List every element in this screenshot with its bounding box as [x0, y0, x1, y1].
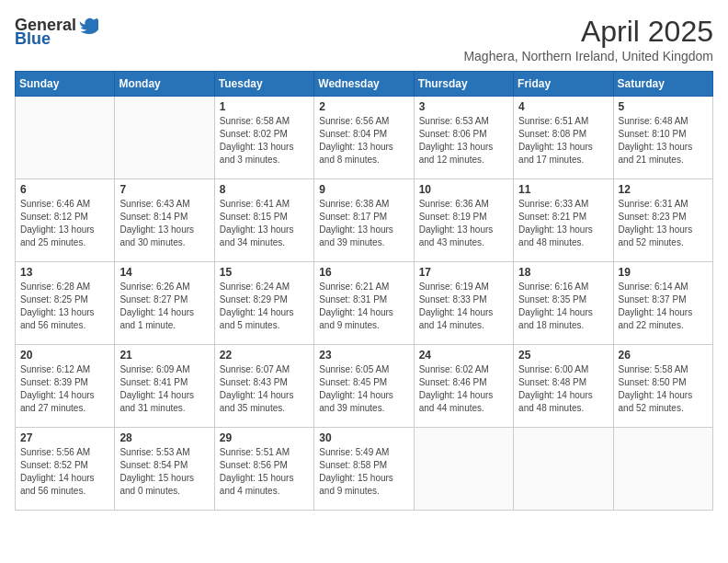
- calendar-cell: 22 Sunrise: 6:07 AM Sunset: 8:43 PM Dayl…: [214, 345, 313, 428]
- day-info: Sunrise: 6:00 AM Sunset: 8:48 PM Dayligh…: [518, 363, 608, 415]
- day-number: 3: [419, 100, 508, 113]
- daylight-text: Daylight: 13 hours and 43 minutes.: [419, 224, 508, 249]
- daylight-text: Daylight: 13 hours and 48 minutes.: [518, 224, 608, 249]
- calendar-cell: 28 Sunrise: 5:53 AM Sunset: 8:54 PM Dayl…: [115, 428, 214, 511]
- day-info: Sunrise: 6:48 AM Sunset: 8:10 PM Dayligh…: [619, 115, 708, 167]
- day-number: 1: [220, 100, 309, 113]
- daylight-text: Daylight: 14 hours and 44 minutes.: [419, 389, 508, 415]
- calendar-cell: 10 Sunrise: 6:36 AM Sunset: 8:19 PM Dayl…: [414, 179, 513, 262]
- day-number: 8: [220, 183, 309, 196]
- day-info: Sunrise: 6:58 AM Sunset: 8:02 PM Dayligh…: [220, 115, 309, 167]
- day-info: Sunrise: 5:53 AM Sunset: 8:54 PM Dayligh…: [119, 446, 209, 498]
- day-info: Sunrise: 6:51 AM Sunset: 8:08 PM Dayligh…: [518, 115, 608, 167]
- calendar-week-row: 6 Sunrise: 6:46 AM Sunset: 8:12 PM Dayli…: [16, 179, 713, 262]
- day-info: Sunrise: 6:09 AM Sunset: 8:41 PM Dayligh…: [119, 363, 209, 415]
- daylight-text: Daylight: 13 hours and 25 minutes.: [20, 224, 109, 249]
- day-info: Sunrise: 6:14 AM Sunset: 8:37 PM Dayligh…: [619, 281, 708, 332]
- sunset-text: Sunset: 8:15 PM: [220, 211, 309, 224]
- calendar-week-row: 13 Sunrise: 6:28 AM Sunset: 8:25 PM Dayl…: [16, 262, 713, 345]
- sunset-text: Sunset: 8:10 PM: [619, 128, 708, 141]
- daylight-text: Daylight: 13 hours and 30 minutes.: [119, 224, 209, 249]
- calendar-cell: 18 Sunrise: 6:16 AM Sunset: 8:35 PM Dayl…: [514, 262, 613, 345]
- sunrise-text: Sunrise: 6:28 AM: [20, 281, 109, 293]
- day-number: 21: [119, 349, 209, 362]
- sunset-text: Sunset: 8:37 PM: [619, 293, 708, 306]
- sunrise-text: Sunrise: 5:53 AM: [119, 446, 209, 459]
- calendar-cell: 19 Sunrise: 6:14 AM Sunset: 8:37 PM Dayl…: [613, 262, 712, 345]
- calendar-cell: [16, 97, 115, 179]
- sunrise-text: Sunrise: 6:38 AM: [319, 198, 408, 211]
- day-number: 5: [619, 100, 708, 113]
- daylight-text: Daylight: 14 hours and 1 minute.: [119, 306, 209, 332]
- daylight-text: Daylight: 14 hours and 14 minutes.: [419, 306, 508, 332]
- calendar-cell: 8 Sunrise: 6:41 AM Sunset: 8:15 PM Dayli…: [214, 179, 313, 262]
- sunrise-text: Sunrise: 6:19 AM: [419, 281, 508, 293]
- sunset-text: Sunset: 8:27 PM: [119, 293, 209, 306]
- sunset-text: Sunset: 8:08 PM: [518, 128, 608, 141]
- sunset-text: Sunset: 8:31 PM: [319, 293, 408, 306]
- sunset-text: Sunset: 8:06 PM: [419, 128, 508, 141]
- calendar-cell: 9 Sunrise: 6:38 AM Sunset: 8:17 PM Dayli…: [314, 179, 414, 262]
- daylight-text: Daylight: 13 hours and 3 minutes.: [220, 141, 309, 167]
- sunset-text: Sunset: 8:45 PM: [319, 376, 408, 389]
- sunrise-text: Sunrise: 6:14 AM: [619, 281, 708, 293]
- calendar-cell: 11 Sunrise: 6:33 AM Sunset: 8:21 PM Dayl…: [514, 179, 613, 262]
- calendar-cell: 26 Sunrise: 5:58 AM Sunset: 8:50 PM Dayl…: [613, 345, 712, 428]
- daylight-text: Daylight: 13 hours and 21 minutes.: [619, 141, 708, 167]
- sunset-text: Sunset: 8:54 PM: [119, 459, 209, 472]
- sunrise-text: Sunrise: 6:51 AM: [518, 115, 608, 128]
- day-info: Sunrise: 6:05 AM Sunset: 8:45 PM Dayligh…: [319, 363, 408, 415]
- daylight-text: Daylight: 14 hours and 5 minutes.: [220, 306, 309, 332]
- day-number: 17: [419, 266, 508, 279]
- sunset-text: Sunset: 8:25 PM: [20, 293, 109, 306]
- day-number: 16: [319, 266, 408, 279]
- day-info: Sunrise: 5:58 AM Sunset: 8:50 PM Dayligh…: [619, 363, 708, 415]
- sunrise-text: Sunrise: 6:36 AM: [419, 198, 508, 211]
- sunrise-text: Sunrise: 6:16 AM: [518, 281, 608, 293]
- daylight-text: Daylight: 14 hours and 52 minutes.: [619, 389, 708, 415]
- sunrise-text: Sunrise: 6:09 AM: [119, 363, 209, 376]
- sunrise-text: Sunrise: 6:33 AM: [518, 198, 608, 211]
- calendar-cell: 27 Sunrise: 5:56 AM Sunset: 8:52 PM Dayl…: [16, 428, 115, 511]
- daylight-text: Daylight: 15 hours and 4 minutes.: [220, 472, 309, 498]
- calendar-cell: 25 Sunrise: 6:00 AM Sunset: 8:48 PM Dayl…: [514, 345, 613, 428]
- daylight-text: Daylight: 14 hours and 9 minutes.: [319, 306, 408, 332]
- sunset-text: Sunset: 8:17 PM: [319, 211, 408, 224]
- weekday-header-saturday: Saturday: [613, 72, 712, 97]
- day-number: 23: [319, 349, 408, 362]
- daylight-text: Daylight: 14 hours and 35 minutes.: [220, 389, 309, 415]
- day-number: 30: [319, 431, 408, 444]
- day-info: Sunrise: 6:24 AM Sunset: 8:29 PM Dayligh…: [220, 281, 309, 332]
- calendar-cell: 20 Sunrise: 6:12 AM Sunset: 8:39 PM Dayl…: [16, 345, 115, 428]
- day-number: 29: [220, 431, 309, 444]
- sunset-text: Sunset: 8:14 PM: [119, 211, 209, 224]
- title-section: April 2025 Maghera, Northern Ireland, Un…: [463, 15, 713, 63]
- calendar-cell: 1 Sunrise: 6:58 AM Sunset: 8:02 PM Dayli…: [214, 97, 313, 179]
- calendar-table: SundayMondayTuesdayWednesdayThursdayFrid…: [15, 71, 713, 511]
- daylight-text: Daylight: 14 hours and 39 minutes.: [319, 389, 408, 415]
- daylight-text: Daylight: 14 hours and 48 minutes.: [518, 389, 608, 415]
- daylight-text: Daylight: 15 hours and 9 minutes.: [319, 472, 408, 498]
- day-number: 26: [619, 349, 708, 362]
- weekday-header-friday: Friday: [514, 72, 613, 97]
- logo-blue-text: Blue: [15, 29, 51, 49]
- day-info: Sunrise: 6:21 AM Sunset: 8:31 PM Dayligh…: [319, 281, 408, 332]
- day-info: Sunrise: 5:56 AM Sunset: 8:52 PM Dayligh…: [20, 446, 109, 498]
- day-info: Sunrise: 6:46 AM Sunset: 8:12 PM Dayligh…: [20, 198, 109, 249]
- sunset-text: Sunset: 8:58 PM: [319, 459, 408, 472]
- day-info: Sunrise: 6:07 AM Sunset: 8:43 PM Dayligh…: [220, 363, 309, 415]
- sunrise-text: Sunrise: 6:21 AM: [319, 281, 408, 293]
- daylight-text: Daylight: 14 hours and 22 minutes.: [619, 306, 708, 332]
- sunset-text: Sunset: 8:50 PM: [619, 376, 708, 389]
- day-info: Sunrise: 5:49 AM Sunset: 8:58 PM Dayligh…: [319, 446, 408, 498]
- sunrise-text: Sunrise: 6:43 AM: [119, 198, 209, 211]
- daylight-text: Daylight: 14 hours and 31 minutes.: [119, 389, 209, 415]
- calendar-cell: [514, 428, 613, 511]
- sunrise-text: Sunrise: 6:53 AM: [419, 115, 508, 128]
- sunrise-text: Sunrise: 6:24 AM: [220, 281, 309, 293]
- weekday-header-monday: Monday: [115, 72, 214, 97]
- day-info: Sunrise: 6:33 AM Sunset: 8:21 PM Dayligh…: [518, 198, 608, 249]
- day-number: 6: [20, 183, 109, 196]
- day-number: 22: [220, 349, 309, 362]
- sunrise-text: Sunrise: 5:56 AM: [20, 446, 109, 459]
